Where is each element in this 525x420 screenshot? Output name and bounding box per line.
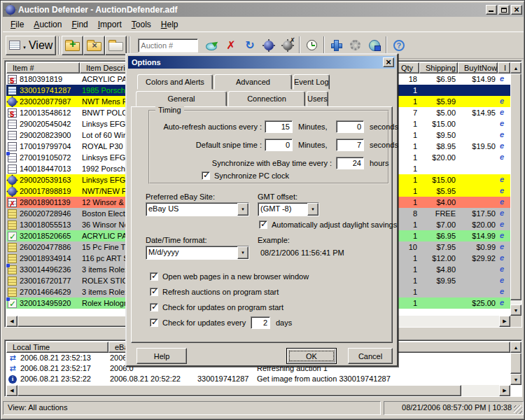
options-button[interactable] xyxy=(346,36,365,55)
dialog-tab[interactable]: General xyxy=(136,91,227,106)
chevron-down-icon[interactable] xyxy=(237,246,248,259)
ebay-link-icon[interactable] xyxy=(498,174,510,186)
cancel-button[interactable]: Cancel xyxy=(348,348,393,364)
open-folder-button[interactable] xyxy=(105,36,127,55)
scroll-thumb[interactable] xyxy=(510,353,522,374)
preferred-site-select[interactable]: eBay US xyxy=(146,202,249,216)
menu-item[interactable]: Help xyxy=(156,19,183,30)
ebay-link-icon[interactable] xyxy=(498,298,510,309)
ebay-link-icon[interactable] xyxy=(498,264,510,275)
ebay-link-icon[interactable] xyxy=(498,85,510,96)
scroll-left-icon[interactable] xyxy=(6,316,18,327)
snipe-minutes-input[interactable] xyxy=(265,139,293,151)
dialog-close-button[interactable] xyxy=(383,57,394,67)
log-horizontal-scrollbar[interactable] xyxy=(6,385,510,396)
column-header-extra[interactable]: I xyxy=(498,62,510,74)
dialog-tab[interactable]: Colors and Alerts xyxy=(137,74,213,90)
ebay-link-icon[interactable] xyxy=(498,130,510,141)
menu-item[interactable]: Import xyxy=(93,19,127,30)
log-row[interactable]: 2006.08.21 23:52:22 2006.08.21 20:52:22 … xyxy=(6,374,522,384)
open-web-pages-checkbox[interactable]: Open web pages in a new browser window xyxy=(150,272,309,281)
add-item-button[interactable] xyxy=(327,36,346,55)
close-button[interactable] xyxy=(511,5,522,15)
item-number: 260020728946 xyxy=(20,208,71,219)
column-header-buyitnow[interactable]: BuyItNow xyxy=(458,62,498,74)
ebay-link-icon[interactable] xyxy=(498,275,510,286)
sync-hours-input[interactable] xyxy=(336,157,364,169)
column-header-item[interactable]: Item # xyxy=(6,62,80,74)
dialog-tab[interactable]: Event Log xyxy=(293,74,330,90)
column-header-shipping[interactable]: Shipping xyxy=(419,62,458,74)
scroll-right-icon[interactable] xyxy=(499,385,510,396)
ebay-link-icon[interactable] xyxy=(498,253,510,264)
scroll-left-icon[interactable] xyxy=(6,385,18,396)
scroll-up-icon[interactable] xyxy=(510,342,522,353)
ebay-link-icon[interactable] xyxy=(498,219,510,230)
preferred-site-value: eBay US xyxy=(146,203,237,216)
auction-number-input[interactable] xyxy=(138,38,198,52)
scroll-down-icon[interactable] xyxy=(510,374,522,385)
scroll-thumb[interactable] xyxy=(18,385,461,396)
list-vertical-scrollbar[interactable] xyxy=(510,62,522,316)
ebay-link-icon[interactable] xyxy=(498,186,510,197)
maximize-button[interactable] xyxy=(498,5,510,15)
chevron-down-icon[interactable] xyxy=(307,203,318,216)
ebay-link-icon[interactable] xyxy=(498,96,510,107)
update-days-input[interactable] xyxy=(251,316,270,329)
ebay-link-icon[interactable] xyxy=(498,163,510,174)
help-button[interactable]: Help xyxy=(136,348,187,364)
sync-pc-clock-checkbox[interactable]: Synchronize PC clock xyxy=(202,172,289,180)
ebay-link-icon[interactable] xyxy=(498,241,510,253)
scroll-up-icon[interactable] xyxy=(510,62,522,74)
dialog-tab[interactable]: Advanced xyxy=(214,74,292,90)
datetime-format-select[interactable]: M/d/yyyy xyxy=(146,246,249,260)
menu-item[interactable]: Find xyxy=(66,19,92,30)
view-button[interactable]: View xyxy=(6,36,56,55)
help-button[interactable] xyxy=(389,36,408,55)
ebay-link-icon[interactable] xyxy=(498,107,510,118)
refresh-auctions-button[interactable] xyxy=(240,36,259,55)
ebay-link-icon[interactable] xyxy=(498,152,510,163)
delete-folder-button[interactable] xyxy=(83,36,105,55)
column-header-local-time[interactable]: Local Time xyxy=(6,342,108,353)
refresh-on-start-checkbox[interactable]: Refresh auctions on program start xyxy=(150,288,279,296)
dialog-tab[interactable]: Connection xyxy=(228,91,305,106)
ebay-link-icon[interactable] xyxy=(498,230,510,241)
ebay-link-icon[interactable] xyxy=(498,141,510,152)
autorefresh-seconds-input[interactable] xyxy=(336,120,364,133)
cancel-snipe-button[interactable] xyxy=(278,36,297,55)
ebay-link-icon[interactable] xyxy=(498,286,510,298)
log-vertical-scrollbar[interactable] xyxy=(510,342,522,385)
ebay-link-icon[interactable] xyxy=(498,118,510,130)
scroll-down-icon[interactable] xyxy=(510,304,522,316)
resize-grip[interactable] xyxy=(514,405,522,414)
ebay-link-icon[interactable] xyxy=(498,208,510,219)
new-folder-button[interactable] xyxy=(62,36,83,55)
daylight-savings-checkbox[interactable]: Automatically adjust daylight savings xyxy=(259,220,397,229)
chevron-down-icon[interactable] xyxy=(237,203,248,216)
ebay-link-icon[interactable] xyxy=(498,197,510,208)
column-header-qty[interactable]: Qty xyxy=(395,62,419,74)
snipe-button[interactable] xyxy=(259,36,278,55)
ebay-link-icon[interactable] xyxy=(498,74,510,85)
autorefresh-minutes-input[interactable] xyxy=(265,120,293,133)
gmt-offset-select[interactable]: (GMT -8) xyxy=(258,202,319,216)
delete-auction-button[interactable] xyxy=(221,36,240,55)
web-button[interactable] xyxy=(365,36,384,55)
menu-item[interactable]: Tools xyxy=(127,19,156,30)
checkbox-icon xyxy=(150,318,158,327)
menu-item[interactable]: File xyxy=(6,19,29,30)
row-status-icon xyxy=(8,265,17,274)
minimize-button[interactable] xyxy=(486,5,497,15)
check-updates-start-checkbox[interactable]: Check for updates on program start xyxy=(150,303,284,312)
add-auction-button[interactable] xyxy=(202,36,221,55)
check-updates-every-checkbox[interactable]: Check for updates every xyxy=(150,318,246,327)
scroll-thumb[interactable] xyxy=(510,74,522,300)
ok-button[interactable]: OK xyxy=(286,348,337,364)
dialog-tab[interactable]: Users xyxy=(307,91,328,106)
sync-ebay-time-button[interactable] xyxy=(302,36,321,55)
item-number: 320013495920 xyxy=(20,298,71,309)
snipe-seconds-input[interactable] xyxy=(336,139,364,151)
scroll-right-icon[interactable] xyxy=(499,316,510,327)
menu-item[interactable]: Auction xyxy=(29,19,66,30)
